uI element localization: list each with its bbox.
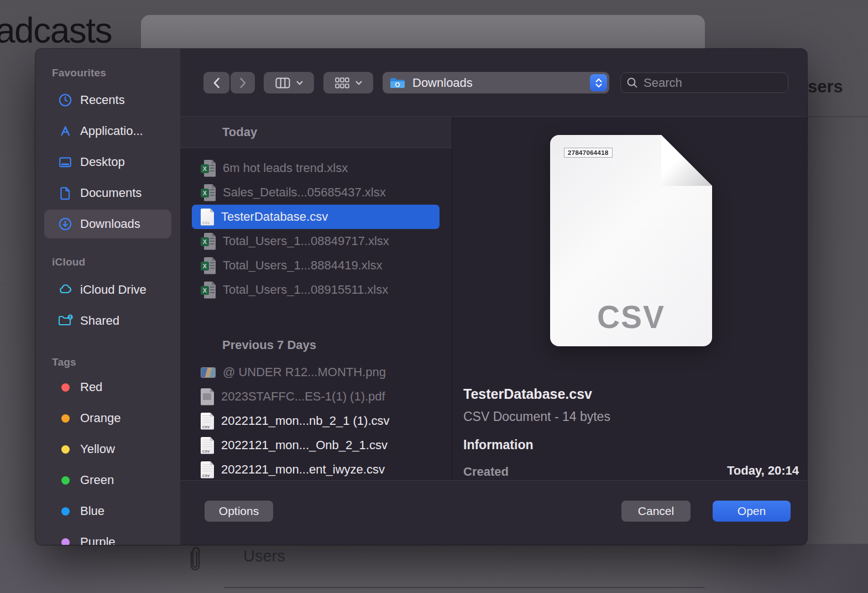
- sidebar-item-label: Applicatio...: [80, 124, 143, 138]
- sidebar-item-applications[interactable]: Applicatio...: [44, 116, 171, 147]
- file-row-pdf[interactable]: 2023STAFFC...ES-1(1) (1).pdf: [180, 384, 452, 409]
- green-tag-icon: [61, 476, 70, 485]
- image-file-icon: [201, 367, 216, 378]
- chevron-down-icon: [296, 81, 303, 85]
- file-row-xlsx[interactable]: X Total_Users_1...08915511.xlsx: [180, 278, 452, 302]
- background-field-underline: [224, 587, 705, 588]
- file-row-xlsx[interactable]: X 6m hot leads trend.xlsx: [180, 156, 452, 180]
- blue-tag-icon: [61, 507, 70, 516]
- sidebar-item-recents[interactable]: Recents: [44, 85, 171, 116]
- file-row-png[interactable]: @ UNDER R12...MONTH.png: [180, 360, 452, 384]
- created-label: Created: [463, 465, 509, 479]
- favourites-section-title: Favourites: [52, 67, 106, 79]
- csv-file-icon: CSV: [201, 437, 214, 454]
- sidebar-item-label: Purple: [80, 535, 116, 545]
- file-row-xlsx[interactable]: X Total_Users_1...08849717.xlsx: [180, 229, 452, 253]
- sidebar-tag-red[interactable]: Red: [44, 372, 171, 403]
- background-divider: [806, 116, 868, 117]
- up-down-stepper-icon[interactable]: [590, 74, 607, 91]
- back-button[interactable]: [203, 72, 229, 93]
- sidebar-tag-blue[interactable]: Blue: [44, 496, 171, 527]
- group-by-button[interactable]: [323, 72, 373, 93]
- cloud-icon: [57, 282, 73, 298]
- file-name: 2022121_mon..._Onb_2_1.csv: [221, 438, 388, 452]
- csv-file-icon: CSV: [201, 461, 214, 478]
- sidebar-tag-purple[interactable]: Purple: [44, 527, 171, 545]
- file-name: 2023STAFFC...ES-1(1) (1).pdf: [221, 389, 385, 404]
- excel-file-icon: X: [201, 282, 216, 299]
- file-name: TesterDatabase.csv: [221, 210, 328, 224]
- file-name: Total_Users_1...08915511.xlsx: [223, 283, 388, 297]
- sidebar-item-label: Green: [80, 473, 114, 487]
- sidebar-item-label: Recents: [80, 93, 125, 107]
- search-input[interactable]: [642, 75, 782, 91]
- group-view-icon: [335, 77, 349, 89]
- file-row-selected[interactable]: CSV TesterDatabase.csv: [192, 205, 440, 229]
- downloads-folder-icon: [389, 76, 406, 90]
- location-popup[interactable]: Downloads: [383, 72, 609, 93]
- sidebar-item-label: Yellow: [80, 442, 115, 456]
- orange-tag-icon: [61, 414, 70, 423]
- cancel-button[interactable]: Cancel: [621, 501, 691, 522]
- document-icon: [57, 185, 73, 201]
- sidebar-item-shared[interactable]: Shared: [44, 305, 171, 336]
- chevron-right-icon: [239, 77, 247, 89]
- sidebar-item-desktop[interactable]: Desktop: [44, 147, 171, 178]
- chevron-down-icon: [355, 81, 362, 85]
- options-button[interactable]: Options: [205, 501, 273, 522]
- red-tag-icon: [61, 383, 70, 392]
- csv-type-label: CSV: [550, 299, 712, 335]
- yellow-tag-icon: [61, 445, 70, 454]
- preview-file-name: TesterDatabase.csv: [463, 386, 592, 402]
- sidebar-item-icloud-drive[interactable]: iCloud Drive: [44, 274, 171, 305]
- background-users-label-partial: sers: [808, 77, 843, 97]
- csv-preview-icon: 27847064418 CSV: [550, 135, 712, 346]
- sidebar-item-documents[interactable]: Documents: [44, 178, 171, 209]
- file-name: 2022121_mon...nb_2_1 (1).csv: [221, 414, 390, 428]
- folded-corner: [661, 135, 712, 186]
- sidebar-item-label: Shared: [80, 314, 119, 328]
- group-header-previous-7-days: Previous 7 Days: [222, 338, 316, 352]
- background-title-partial: adcasts: [0, 10, 112, 51]
- file-name: 2022121_mon...ent_iwyze.csv: [221, 462, 385, 477]
- file-row-xlsx[interactable]: X Total_Users_1...8884419.xlsx: [180, 253, 452, 278]
- file-row-csv[interactable]: CSV 2022121_mon...ent_iwyze.csv: [180, 457, 452, 480]
- information-heading: Information: [463, 438, 534, 452]
- excel-file-icon: X: [201, 257, 216, 274]
- excel-file-icon: X: [201, 160, 216, 177]
- sidebar-tag-yellow[interactable]: Yellow: [44, 434, 171, 465]
- sidebar-tag-green[interactable]: Green: [44, 465, 171, 496]
- search-field[interactable]: [620, 72, 788, 93]
- file-name: @ UNDER R12...MONTH.png: [223, 365, 386, 379]
- created-value: Today, 20:14: [727, 464, 799, 478]
- column-view-icon: [275, 77, 290, 89]
- sidebar-item-label: Desktop: [80, 155, 125, 169]
- pdf-file-icon: [201, 388, 214, 405]
- group-header-today: Today: [180, 117, 452, 148]
- background-bottom-panel: Users: [0, 544, 868, 593]
- location-label: Downloads: [412, 76, 473, 90]
- sidebar-item-label: iCloud Drive: [80, 283, 147, 297]
- forward-button[interactable]: [231, 72, 255, 93]
- sidebar-tag-orange[interactable]: Orange: [44, 403, 171, 434]
- file-row-xlsx[interactable]: X Sales_Details...05685437.xlsx: [180, 180, 452, 205]
- excel-file-icon: X: [201, 184, 216, 201]
- preview-file-meta: CSV Document - 14 bytes: [463, 409, 610, 424]
- excel-file-icon: X: [201, 233, 216, 250]
- sidebar: Favourites Recents Applicatio... Desktop…: [35, 49, 180, 545]
- sidebar-item-label: Blue: [80, 504, 104, 518]
- sidebar-item-label: Documents: [80, 186, 142, 200]
- csv-file-icon: CSV: [201, 413, 214, 430]
- chevron-left-icon: [213, 77, 220, 89]
- preview-pane: 27847064418 CSV TesterDatabase.csv CSV D…: [452, 117, 807, 480]
- desktop-icon: [57, 154, 73, 170]
- view-mode-button[interactable]: [264, 72, 314, 93]
- clock-icon: [57, 92, 73, 108]
- group-header-label: Today: [222, 125, 257, 139]
- file-name: Total_Users_1...8884419.xlsx: [223, 258, 383, 273]
- sidebar-item-downloads[interactable]: Downloads: [44, 210, 171, 238]
- file-row-csv[interactable]: CSV 2022121_mon..._Onb_2_1.csv: [180, 433, 452, 457]
- tags-section-title: Tags: [52, 356, 76, 368]
- file-row-csv[interactable]: CSV 2022121_mon...nb_2_1 (1).csv: [180, 409, 452, 433]
- open-button[interactable]: Open: [713, 501, 791, 522]
